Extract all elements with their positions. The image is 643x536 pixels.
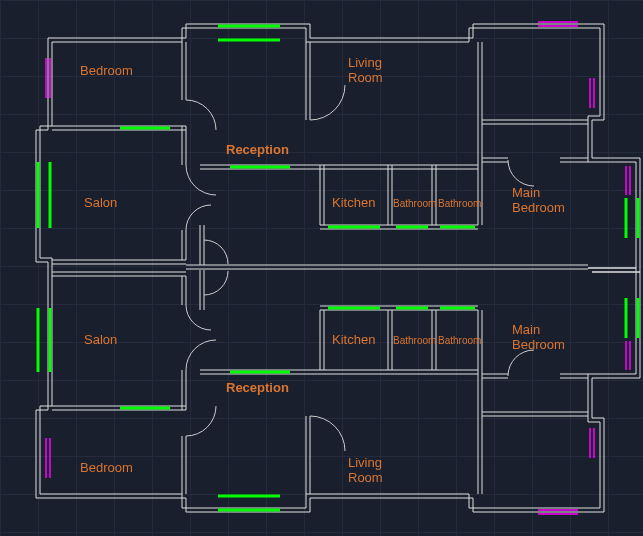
label-bathroom: Bathroom	[393, 198, 436, 209]
floorplan-svg	[0, 0, 643, 536]
label-main-bedroom: Main Bedroom	[512, 322, 565, 352]
label-bedroom: Bedroom	[80, 63, 133, 78]
label-salon: Salon	[84, 195, 117, 210]
label-bathroom: Bathroom	[393, 335, 436, 346]
label-kitchen: Kitchen	[332, 332, 375, 347]
label-kitchen: Kitchen	[332, 195, 375, 210]
label-bathroom: Bathroom	[438, 335, 481, 346]
label-bathroom: Bathroom	[438, 198, 481, 209]
label-bedroom: Bedroom	[80, 460, 133, 475]
label-living: Living Room	[348, 55, 383, 85]
label-reception: Reception	[226, 380, 289, 395]
label-main-bedroom: Main Bedroom	[512, 185, 565, 215]
label-salon: Salon	[84, 332, 117, 347]
floorplan-canvas[interactable]: Bedroom Bedroom Salon Salon Reception Re…	[0, 0, 643, 536]
label-reception: Reception	[226, 142, 289, 157]
label-living: Living Room	[348, 455, 383, 485]
